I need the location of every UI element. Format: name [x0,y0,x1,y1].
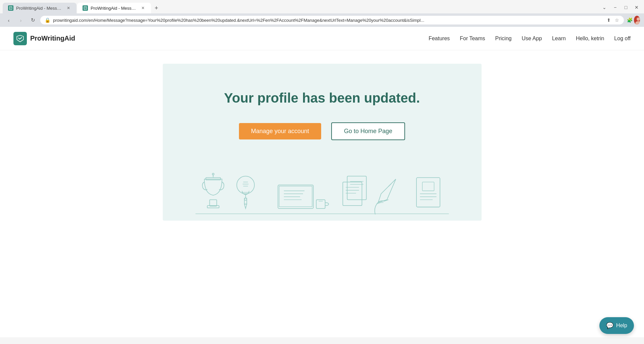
svg-point-1 [635,21,640,24]
success-message: Your profile has been updated. [224,91,420,106]
maximize-button[interactable]: □ [621,3,631,12]
go-to-home-button[interactable]: Go to Home Page [331,122,405,140]
bookmark-icon[interactable]: ☆ [614,17,620,23]
close-window-button[interactable]: ✕ [632,3,641,12]
user-greeting: Hello, ketrin [576,36,604,42]
help-chat-icon: 💬 [606,322,613,329]
new-tab-button[interactable]: + [152,3,161,13]
forward-button[interactable]: › [16,15,26,25]
svg-point-7 [237,176,254,194]
window-controls: ⌄ − □ ✕ [600,3,641,13]
browser-extra-icons: 🧩 [627,17,640,23]
browser-addressbar-row: ‹ › ↻ 🔒 prowritingaid.com/en/Home/Messag… [0,13,644,27]
navbar: ProWritingAid Features For Teams Pricing… [0,27,644,50]
extensions-icon[interactable]: 🧩 [627,17,633,23]
nav-use-app[interactable]: Use App [522,36,542,42]
navbar-nav: Features For Teams Pricing Use App Learn… [429,36,631,42]
page-content: ProWritingAid Features For Teams Pricing… [0,27,644,337]
illustration-svg [190,167,455,221]
buttons-row: Manage your account Go to Home Page [239,122,405,140]
reload-button[interactable]: ↻ [28,15,38,25]
browser-tab-2[interactable]: ProWritingAid - Message ✕ [77,3,151,13]
share-icon[interactable]: ⬆ [606,17,612,23]
logo-icon [13,32,27,45]
svg-rect-14 [244,198,247,204]
profile-icon[interactable] [634,17,640,23]
illustration [176,160,468,221]
nav-for-teams[interactable]: For Teams [460,36,485,42]
svg-rect-33 [422,182,434,191]
browser-titlebar: ProWritingAid - Message ✕ ProWritingAid … [0,0,644,13]
lock-icon: 🔒 [44,17,50,23]
nav-learn[interactable]: Learn [552,36,566,42]
address-bar[interactable]: 🔒 prowritingaid.com/en/Home/Message?mess… [40,16,624,24]
svg-rect-28 [347,176,366,199]
nav-pricing[interactable]: Pricing [495,36,512,42]
content-card: Your profile has been updated. Manage yo… [163,64,482,221]
tab-favicon-1 [8,5,13,11]
back-button[interactable]: ‹ [4,15,13,25]
tab-title-2: ProWritingAid - Message [91,6,138,11]
list-tabs-button[interactable]: ⌄ [600,3,609,12]
nav-features[interactable]: Features [429,36,450,42]
svg-rect-24 [343,182,362,206]
minimize-button[interactable]: − [610,3,620,12]
user-avatar[interactable] [634,16,640,24]
tab-close-2[interactable]: ✕ [140,5,146,11]
svg-rect-3 [209,200,216,206]
address-bar-icons: ⬆ ☆ [606,17,620,23]
tab-bar: ProWritingAid - Message ✕ ProWritingAid … [3,3,600,13]
help-label: Help [616,323,627,329]
browser-tab-1[interactable]: ProWritingAid - Message ✕ [3,3,77,13]
logo[interactable]: ProWritingAid [13,32,75,45]
url-text: prowritingaid.com/en/Home/Message?messag… [53,18,603,23]
manage-account-button[interactable]: Manage your account [239,123,321,139]
tab-favicon-2 [83,5,88,11]
logout-link[interactable]: Log off [614,36,631,42]
tab-title-1: ProWritingAid - Message [16,6,63,11]
tab-close-1[interactable]: ✕ [66,5,71,11]
logo-text: ProWritingAid [30,35,75,42]
browser-chrome: ProWritingAid - Message ✕ ProWritingAid … [0,0,644,27]
svg-point-6 [212,173,214,175]
main-content: Your profile has been updated. Manage yo… [0,50,644,221]
svg-point-0 [637,17,640,21]
help-button[interactable]: 💬 Help [599,317,634,334]
svg-marker-15 [244,204,247,209]
svg-rect-17 [279,186,312,207]
